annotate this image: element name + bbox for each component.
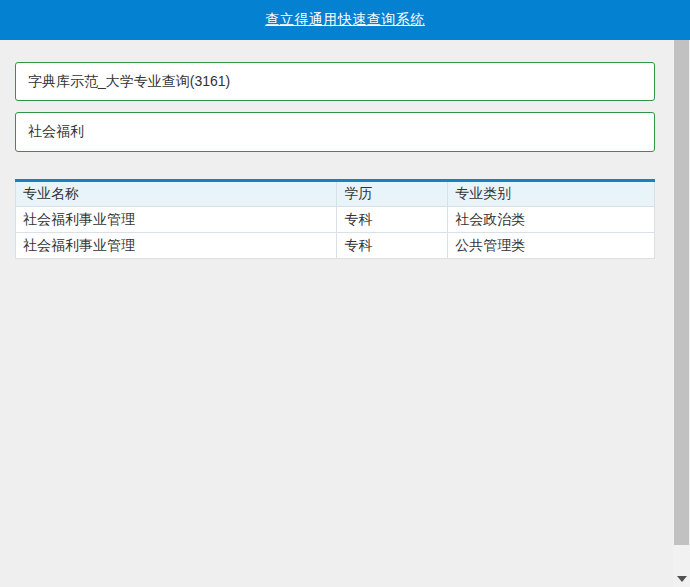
column-header-degree: 学历 [337, 181, 448, 207]
table-row: 社会福利事业管理 专科 公共管理类 [16, 233, 655, 259]
cell-degree: 专科 [337, 207, 448, 233]
results-table-body: 社会福利事业管理 专科 社会政治类 社会福利事业管理 专科 公共管理类 [16, 207, 655, 259]
vertical-scrollbar-track[interactable] [673, 40, 690, 587]
dictionary-title-box[interactable]: 字典库示范_大学专业查询(3161) [15, 62, 655, 101]
cell-degree: 专科 [337, 233, 448, 259]
cell-major-name: 社会福利事业管理 [16, 233, 337, 259]
column-header-category: 专业类别 [448, 181, 655, 207]
results-table: 专业名称 学历 专业类别 社会福利事业管理 专科 社会政治类 社会福利事业管理 … [15, 179, 655, 259]
cell-major-name: 社会福利事业管理 [16, 207, 337, 233]
scroll-down-arrow-icon [677, 576, 687, 582]
column-header-major-name: 专业名称 [16, 181, 337, 207]
search-input[interactable] [15, 112, 655, 152]
cell-category: 社会政治类 [448, 207, 655, 233]
cell-category: 公共管理类 [448, 233, 655, 259]
results-table-head: 专业名称 学历 专业类别 [16, 181, 655, 207]
app-header-bar: 查立得通用快速查询系统 [0, 0, 690, 40]
vertical-scrollbar-thumb[interactable] [674, 40, 689, 545]
table-header-row: 专业名称 学历 专业类别 [16, 181, 655, 207]
dictionary-title-label: 字典库示范_大学专业查询(3161) [28, 73, 230, 91]
scrollbar-down-button[interactable] [673, 570, 690, 587]
app-title-link[interactable]: 查立得通用快速查询系统 [265, 11, 425, 29]
table-row: 社会福利事业管理 专科 社会政治类 [16, 207, 655, 233]
